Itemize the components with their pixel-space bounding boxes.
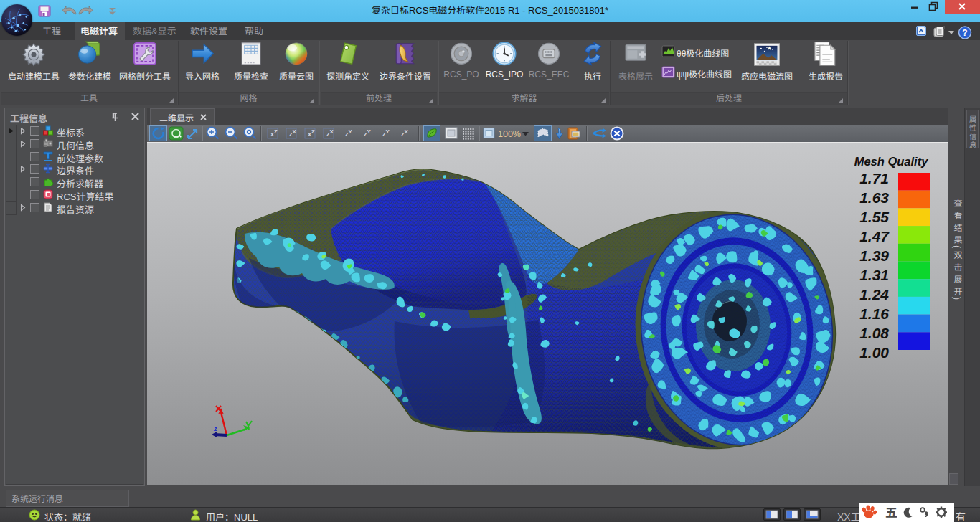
- svg-text:zX: zX: [289, 128, 297, 138]
- svg-text:1.47: 1.47: [859, 228, 890, 245]
- svg-text:1.63: 1.63: [859, 189, 889, 206]
- svg-text:1.39: 1.39: [859, 247, 889, 264]
- svg-text:1.08: 1.08: [859, 325, 889, 341]
- svg-text:Mesh Quality: Mesh Quality: [854, 155, 929, 168]
- svg-text:100%: 100%: [498, 129, 521, 139]
- svg-text:1.55: 1.55: [859, 209, 889, 225]
- svg-text:1.00: 1.00: [859, 344, 889, 361]
- svg-text:1.71: 1.71: [859, 170, 889, 186]
- svg-text:z: z: [213, 425, 217, 432]
- svg-text:五: 五: [885, 506, 897, 520]
- svg-text:zY: zY: [345, 128, 353, 138]
- svg-text:1.31: 1.31: [859, 267, 889, 283]
- svg-text:xZ: xZ: [270, 128, 278, 138]
- svg-text:xZ: xZ: [308, 128, 315, 138]
- svg-text:1.16: 1.16: [859, 305, 889, 322]
- svg-text:zY: zY: [364, 128, 372, 138]
- svg-text:zX: zX: [326, 128, 334, 138]
- svg-text:zX: zX: [401, 128, 409, 138]
- svg-text:zY: zY: [382, 128, 390, 138]
- svg-text:1.24: 1.24: [859, 286, 889, 303]
